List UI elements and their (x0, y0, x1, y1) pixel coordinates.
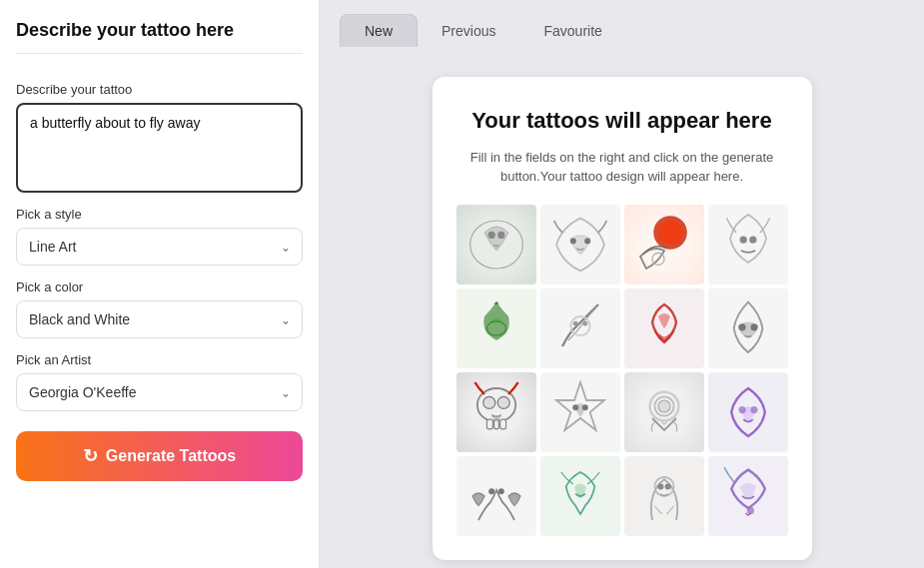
tattoo-cell-4 (708, 205, 788, 284)
tattoo-cell-7 (624, 288, 704, 368)
svg-point-8 (739, 236, 746, 243)
tattoo-cell-3 (624, 205, 704, 284)
svg-point-15 (750, 323, 757, 330)
svg-point-26 (658, 400, 670, 412)
tattoo-cell-11 (624, 372, 704, 452)
main-content: Your tattoos will appear here Fill in th… (320, 47, 924, 568)
generate-button[interactable]: ↻ Generate Tattoos (16, 431, 303, 481)
tattoo-cell-10 (540, 372, 620, 452)
svg-point-12 (572, 320, 577, 325)
svg-point-21 (497, 396, 509, 408)
svg-point-4 (584, 238, 590, 244)
card-title: Your tattoos will appear here (471, 107, 771, 136)
tattoo-cell-9 (457, 372, 536, 452)
tattoo-cell-12 (708, 372, 788, 452)
tattoo-description-input[interactable]: a butterfly about to fly away (16, 103, 303, 193)
artist-select-wrapper: Georgia O'Keeffe Picasso Van Gogh Rembra… (16, 373, 303, 411)
description-label: Describe your tattoo (16, 82, 303, 97)
color-select-wrapper: Black and White Color Grayscale Sepia (16, 300, 303, 338)
svg-point-22 (572, 404, 578, 410)
tattoo-cell-8 (708, 288, 788, 368)
generate-button-label: Generate Tattoos (106, 447, 236, 465)
svg-point-1 (487, 231, 494, 238)
panel-title: Describe your tattoo here (16, 20, 303, 54)
tattoo-cell-2 (540, 205, 620, 284)
svg-point-20 (482, 396, 494, 408)
svg-point-23 (581, 404, 587, 410)
svg-point-13 (582, 320, 587, 325)
tab-previous[interactable]: Previous (418, 15, 519, 47)
svg-point-2 (497, 231, 504, 238)
card-description: Fill in the fields on the right and clic… (457, 148, 788, 187)
tattoo-cell-16 (708, 456, 788, 536)
tattoo-card: Your tattoos will appear here Fill in th… (433, 77, 812, 560)
style-select-wrapper: Line Art Realistic Watercolor Tribal Jap… (16, 228, 303, 266)
svg-rect-17 (486, 419, 492, 429)
style-select[interactable]: Line Art Realistic Watercolor Tribal Jap… (16, 228, 303, 266)
svg-point-3 (569, 238, 575, 244)
svg-rect-19 (499, 419, 505, 429)
style-label: Pick a style (16, 207, 303, 222)
artist-label: Pick an Artist (16, 352, 303, 367)
tabs-bar: New Previous Favourite (320, 0, 924, 47)
tattoo-cell-6 (540, 288, 620, 368)
refresh-icon: ↻ (83, 445, 98, 467)
tattoo-cell-14 (540, 456, 620, 536)
svg-point-9 (749, 236, 756, 243)
svg-point-28 (750, 406, 757, 413)
tattoo-cell-1 (457, 205, 536, 284)
svg-point-33 (664, 483, 670, 489)
svg-point-32 (657, 483, 663, 489)
color-label: Pick a color (16, 280, 303, 294)
left-panel: Describe your tattoo here Describe your … (0, 0, 320, 568)
tattoo-cell-15 (624, 456, 704, 536)
tattoo-cell-5 (457, 288, 536, 368)
svg-point-27 (738, 406, 745, 413)
artist-select[interactable]: Georgia O'Keeffe Picasso Van Gogh Rembra… (16, 373, 303, 411)
right-panel: New Previous Favourite Your tattoos will… (320, 0, 924, 568)
svg-point-6 (658, 221, 682, 245)
svg-point-30 (497, 488, 503, 494)
svg-point-14 (738, 323, 745, 330)
tattoo-cell-13 (457, 456, 536, 536)
tab-new[interactable]: New (340, 14, 418, 47)
svg-point-29 (488, 488, 494, 494)
tab-favourite[interactable]: Favourite (519, 15, 625, 47)
color-select[interactable]: Black and White Color Grayscale Sepia (16, 300, 303, 338)
tattoo-grid (457, 205, 788, 536)
